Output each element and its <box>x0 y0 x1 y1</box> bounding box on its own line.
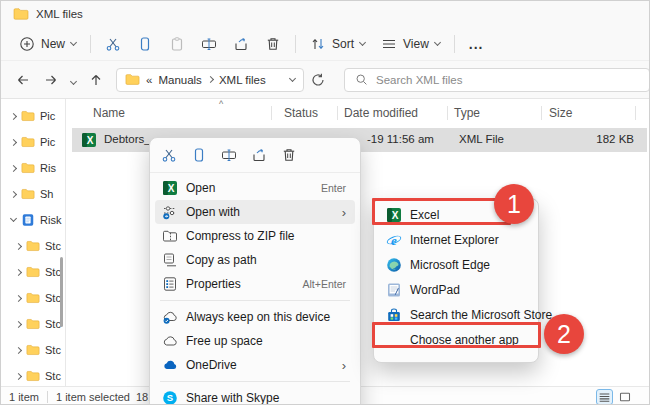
sidebar-item[interactable]: Stc <box>1 311 65 337</box>
column-header-name[interactable]: Name <box>93 106 125 120</box>
view-button[interactable]: View <box>373 31 448 57</box>
sidebar-item[interactable]: Stc <box>1 233 65 259</box>
chevron-right-icon[interactable] <box>10 164 17 171</box>
menu-item-copy-as-path[interactable]: Copy as path <box>155 248 355 272</box>
menu-item-always-keep-on-device[interactable]: Always keep on this device <box>155 305 355 329</box>
details-view-toggle[interactable] <box>596 389 613 405</box>
search-input[interactable] <box>376 74 639 86</box>
menu-item-open[interactable]: X Open Enter <box>155 176 355 200</box>
icons-view-toggle[interactable] <box>616 389 633 405</box>
sidebar-scrollbar[interactable] <box>60 257 63 327</box>
column-divider[interactable] <box>271 106 272 120</box>
paste-button[interactable] <box>161 31 193 57</box>
submenu-item-microsoft-edge[interactable]: Microsoft Edge <box>379 252 533 277</box>
plus-circle-icon <box>19 36 35 52</box>
cut-button[interactable] <box>97 31 129 57</box>
more-options-button[interactable]: ... <box>461 31 492 57</box>
submenu-item-wordpad[interactable]: WordPad <box>379 277 533 302</box>
search-icon <box>355 73 368 86</box>
sidebar-item-label: Stc <box>45 240 61 252</box>
file-size: 182 KB <box>596 133 634 145</box>
submenu-item-internet-explorer[interactable]: e Internet Explorer <box>379 227 533 252</box>
share-button[interactable] <box>244 141 274 169</box>
folder-icon <box>26 317 40 331</box>
sidebar-item[interactable]: Pic <box>1 103 65 129</box>
menu-item-free-up-space[interactable]: Free up space <box>155 329 355 353</box>
chevron-right-icon[interactable] <box>10 112 17 119</box>
delete-button[interactable] <box>274 141 304 169</box>
sidebar-item[interactable]: Stc <box>1 259 65 285</box>
new-button[interactable]: New <box>11 31 84 57</box>
address-bar[interactable]: « Manuals XML files <box>116 68 304 92</box>
menu-item-shortcut: Enter <box>321 182 346 194</box>
sidebar-item[interactable]: Stc <box>1 363 65 386</box>
back-button[interactable] <box>9 68 37 92</box>
toolbar-divider <box>90 35 91 53</box>
chevron-right-icon[interactable] <box>15 294 22 301</box>
share-icon <box>233 36 249 52</box>
sidebar-item[interactable]: Ris <box>1 155 65 181</box>
chevron-right-icon[interactable] <box>10 190 17 197</box>
menu-item-onedrive[interactable]: OneDrive › <box>155 353 355 377</box>
search-box[interactable] <box>344 68 650 92</box>
rename-button[interactable] <box>214 141 244 169</box>
copy-button[interactable] <box>129 31 161 57</box>
recent-locations-button[interactable] <box>65 68 82 91</box>
refresh-button[interactable] <box>304 68 332 92</box>
breadcrumb-xml-files[interactable]: XML files <box>219 74 266 86</box>
onedrive-icon <box>162 357 178 373</box>
chevron-right-icon[interactable] <box>15 320 22 327</box>
open-with-icon <box>162 204 178 220</box>
selection-count: 1 item selected <box>56 391 130 403</box>
column-divider[interactable] <box>635 106 636 120</box>
refresh-icon <box>310 72 326 88</box>
menu-item-label: Copy as path <box>186 253 346 267</box>
new-label: New <box>41 37 65 51</box>
chevron-right-icon[interactable] <box>15 268 22 275</box>
column-divider[interactable] <box>447 106 448 120</box>
chevron-right-icon[interactable] <box>15 372 22 379</box>
column-divider[interactable] <box>337 106 338 120</box>
rename-button[interactable] <box>193 31 225 57</box>
svg-text:S: S <box>167 392 173 403</box>
copy-button[interactable] <box>184 141 214 169</box>
menu-item-open-with[interactable]: Open with › <box>155 200 355 224</box>
sidebar-item[interactable]: Stc <box>1 337 65 363</box>
menu-item-compress-zip[interactable]: Compress to ZIP file <box>155 224 355 248</box>
chevron-right-icon[interactable] <box>10 138 17 145</box>
share-icon <box>251 147 267 163</box>
breadcrumb-overflow[interactable]: « <box>146 74 152 86</box>
column-header-type[interactable]: Type <box>454 106 480 120</box>
cloud-icon <box>162 333 178 349</box>
folder-icon <box>13 6 29 22</box>
cut-button[interactable] <box>154 141 184 169</box>
up-button[interactable] <box>82 68 110 92</box>
address-dropdown-icon[interactable] <box>289 74 296 81</box>
column-header-date[interactable]: Date modified <box>344 106 418 120</box>
column-header-size[interactable]: Size <box>549 106 572 120</box>
breadcrumb-manuals[interactable]: Manuals <box>158 74 201 86</box>
share-button[interactable] <box>225 31 257 57</box>
delete-button[interactable] <box>257 31 289 57</box>
chevron-right-icon[interactable] <box>15 242 22 249</box>
sidebar-item[interactable]: Sh <box>1 181 65 207</box>
sidebar-item[interactable]: Stc <box>1 285 65 311</box>
sidebar-item[interactable]: Pic <box>1 129 65 155</box>
sort-button[interactable]: Sort <box>302 31 373 57</box>
sidebar-item-label: Ris <box>40 162 56 174</box>
chevron-down-icon[interactable] <box>10 215 17 222</box>
sidebar-item-label: Pic <box>40 110 55 122</box>
menu-item-properties[interactable]: Properties Alt+Enter <box>155 272 355 296</box>
forward-button[interactable] <box>37 68 65 92</box>
trash-icon <box>265 36 281 52</box>
explorer-tab[interactable]: XML files <box>1 1 171 27</box>
tab-title: XML files <box>36 8 83 20</box>
sidebar-item-risk[interactable]: Risk <box>1 207 65 233</box>
column-header-status[interactable]: Status <box>284 106 318 120</box>
column-divider[interactable] <box>541 106 542 120</box>
menu-item-share-with-skype[interactable]: S Share with Skype <box>155 386 355 405</box>
highlight-box-choose-another-app <box>372 322 541 348</box>
chevron-right-icon[interactable] <box>15 346 22 353</box>
svg-text:X: X <box>87 135 94 146</box>
arrow-up-icon <box>88 72 104 88</box>
